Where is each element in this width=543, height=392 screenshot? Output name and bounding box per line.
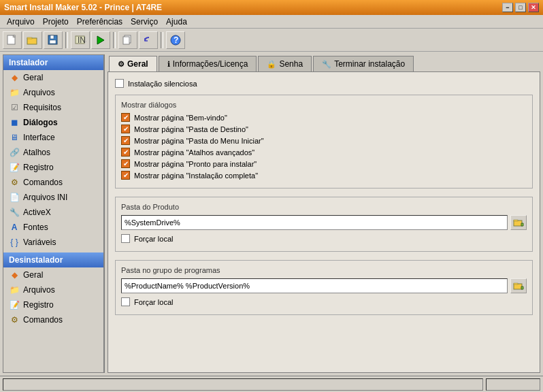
svg-text:INS: INS [78,35,86,45]
product-folder-input-row [121,215,527,230]
svg-rect-16 [514,220,518,221]
programs-group-force-local-row: Forçar local [121,297,527,306]
dialog-row-3: ✔ Mostrar página "Atalhos avançados" [121,148,527,157]
dialog-row-4: ✔ Mostrar página "Pronto para instalar" [121,159,527,168]
sidebar-item-arquivos-ini[interactable]: 📄 Arquivos INI [3,190,103,205]
sidebar-item-atalhos[interactable]: 🔗 Atalhos [3,145,103,160]
tab-terminar[interactable]: 🔧 Terminar instalação [313,56,414,71]
tab-terminar-label: Terminar instalação [334,59,405,69]
registro-icon: 📝 [9,162,20,173]
dialog-row-5: ✔ Mostrar página "Instalação completa" [121,171,527,180]
tab-geral[interactable]: ⚙ Geral [109,56,157,71]
comandos-icon: ⚙ [9,177,20,188]
product-folder-force-local-checkbox[interactable] [121,234,130,243]
window-title: Smart Install Maker 5.02 - Prince | AT4R… [4,3,162,12]
minimize-button[interactable]: − [502,3,513,12]
toolbar-help[interactable]: ? [166,31,185,49]
tab-informacoes[interactable]: ℹ Informações/Licença [159,56,257,71]
show-dialogs-group: Mostrar diálogos ✔ Mostrar página "Bem-v… [115,95,533,189]
interface-icon: 🖥 [9,132,20,143]
menu-ajuda[interactable]: Ajuda [162,16,191,28]
sidebar-item-fontes[interactable]: A Fontes [3,220,103,235]
svg-marker-10 [97,36,104,44]
title-bar: Smart Install Maker 5.02 - Prince | AT4R… [0,0,543,15]
dialog-checkbox-2[interactable]: ✔ [121,136,130,145]
sidebar-item-variaveis[interactable]: { } Variáveis [3,235,103,250]
dialog-row-1: ✔ Mostrar página "Pasta de Destino" [121,125,527,133]
fontes-icon: A [9,222,20,233]
svg-rect-6 [50,35,54,39]
toolbar-new[interactable] [3,31,22,49]
dialog-checkbox-5[interactable]: ✔ [121,171,130,180]
sidebar-item-registro[interactable]: 📝 Registro [3,160,103,175]
sidebar-item-des-registro[interactable]: 📝 Registro [3,297,103,312]
dialogos-icon: ◼ [9,117,20,128]
status-bar [0,376,543,392]
dialog-row-0: ✔ Mostrar página "Bem-vindo" [121,113,527,122]
toolbar-undo[interactable] [139,31,158,49]
toolbar-build[interactable]: INS [71,31,90,49]
tab-senha-icon: 🔒 [267,60,276,69]
programs-group-browse-btn[interactable] [510,278,527,293]
sidebar-uninstaller-header: Desinstalador [3,252,103,267]
dialog-checkbox-4[interactable]: ✔ [121,159,130,168]
dialog-checkbox-1[interactable]: ✔ [121,125,130,133]
arquivos-icon: 📁 [9,87,20,98]
sidebar-item-des-comandos[interactable]: ⚙ Comandos [3,312,103,327]
programs-group-folder: Pasta no grupo de programas Forçar local [115,260,533,315]
dialog-checkbox-3[interactable]: ✔ [121,148,130,157]
des-arquivos-icon: 📁 [9,284,20,295]
product-folder-group: Pasta do Produto Forçar local [115,197,533,252]
sidebar-item-arquivos[interactable]: 📁 Arquivos [3,85,103,100]
programs-group-input-row [121,278,527,293]
sidebar-item-activex[interactable]: 🔧 ActiveX [3,205,103,220]
programs-group-force-local-checkbox[interactable] [121,297,130,306]
toolbar-sep-3 [161,32,163,48]
main-layout: Instalador ◆ Geral 📁 Arquivos ☑ Requisit… [0,52,543,376]
dialog-checkbox-0[interactable]: ✔ [121,113,130,122]
tab-senha[interactable]: 🔒 Senha [258,56,312,71]
arquivos-ini-icon: 📄 [9,192,20,203]
maximize-button[interactable]: □ [515,3,526,12]
atalhos-icon: 🔗 [9,147,20,158]
sidebar-item-interface[interactable]: 🖥 Interface [3,130,103,145]
dialog-label-2: Mostrar página "Pasta do Menu Iniciar" [134,137,264,145]
toolbar-run[interactable] [91,31,110,49]
menu-bar: Arquivo Projeto Preferências Serviço Aju… [0,15,543,29]
sidebar-item-des-arquivos[interactable]: 📁 Arquivos [3,282,103,297]
menu-preferencias[interactable]: Preferências [73,16,127,28]
sidebar-item-comandos[interactable]: ⚙ Comandos [3,175,103,190]
product-folder-force-local-row: Forçar local [121,234,527,243]
silent-install-row: Instalação silenciosa [115,79,533,88]
tab-terminar-icon: 🔧 [322,60,331,69]
toolbar-sep-1 [65,32,68,48]
toolbar-sep-2 [113,32,116,48]
sidebar-item-dialogos[interactable]: ◼ Diálogos [3,115,103,130]
programs-group-title: Pasta no grupo de programas [121,266,527,274]
des-registro-icon: 📝 [9,299,20,310]
menu-servico[interactable]: Serviço [127,16,162,28]
svg-rect-19 [514,283,518,284]
sidebar-item-requisitos[interactable]: ☑ Requisitos [3,100,103,115]
svg-marker-20 [521,287,523,289]
sidebar: Instalador ◆ Geral 📁 Arquivos ☑ Requisit… [3,54,105,373]
product-folder-force-local-label: Forçar local [134,235,173,243]
geral-icon: ◆ [9,72,20,83]
sidebar-item-des-geral[interactable]: ◆ Geral [3,267,103,282]
product-folder-browse-btn[interactable] [510,215,527,230]
svg-rect-4 [27,37,32,39]
silent-install-checkbox[interactable] [115,79,124,88]
dialog-label-3: Mostrar página "Atalhos avançados" [134,148,254,157]
menu-arquivo[interactable]: Arquivo [3,16,39,28]
product-folder-input[interactable] [121,215,508,230]
toolbar-open[interactable] [23,31,42,49]
toolbar-save[interactable] [44,31,63,49]
menu-projeto[interactable]: Projeto [39,16,73,28]
tab-geral-icon: ⚙ [118,60,125,69]
programs-group-input[interactable] [121,278,508,293]
close-button[interactable]: ✕ [528,3,539,12]
sidebar-installer-header: Instalador [3,55,103,70]
window-controls: − □ ✕ [502,3,539,12]
toolbar-copy[interactable] [118,31,137,49]
sidebar-item-geral[interactable]: ◆ Geral [3,70,103,85]
